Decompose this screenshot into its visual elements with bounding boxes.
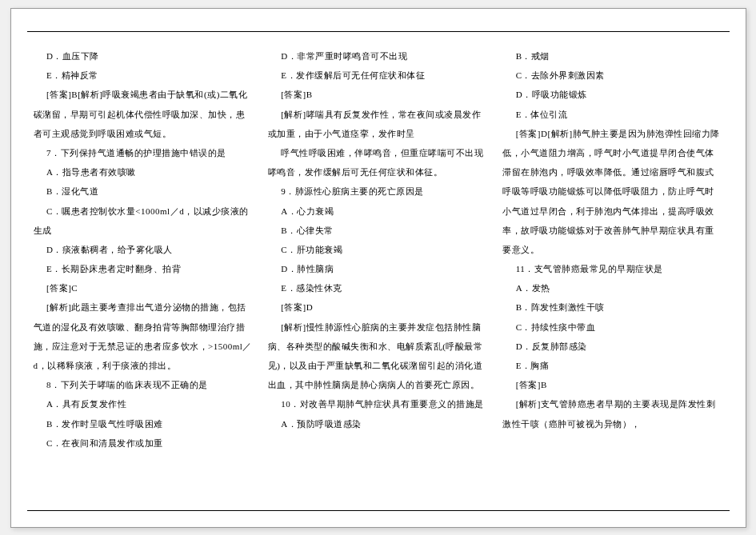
text-line: [解析]此题主要考查排出气道分泌物的措施，包括气道的湿化及有效咳嗽、翻身拍背等胸…: [34, 297, 254, 375]
text-line: [答案]B[解析]呼吸衰竭患者由于缺氧和(或)二氧化碳潴留，早期可引起机体代偿性…: [34, 85, 254, 143]
column-container: D．血压下降 E．精神反常 [答案]B[解析]呼吸衰竭患者由于缺氧和(或)二氧化…: [34, 46, 723, 496]
text-line: 10．对改善早期肺气肿症状具有重要意义的措施是: [268, 394, 488, 413]
text-line: B．湿化气道: [34, 182, 254, 201]
text-line: A．发热: [502, 278, 722, 297]
text-line: D．血压下降: [34, 46, 254, 66]
column-2: D．非常严重时哮鸣音可不出现 E．发作缓解后可无任何症状和体征 [答案]B [解…: [268, 46, 488, 496]
text-line: [解析]慢性肺源性心脏病的主要并发症包括肺性脑病、各种类型的酸碱失衡和水、电解质…: [268, 317, 488, 395]
text-line: [答案]B: [268, 85, 488, 104]
document-page: D．血压下降 E．精神反常 [答案]B[解析]呼吸衰竭患者由于缺氧和(或)二氧化…: [10, 8, 746, 528]
text-line: C．肝功能衰竭: [268, 240, 488, 259]
text-line: 8．下列关于哮喘的临床表现不正确的是: [34, 375, 254, 394]
text-line: A．预防呼吸道感染: [268, 414, 488, 433]
text-line: E．精神反常: [34, 66, 254, 85]
column-3: B．戒烟 C．去除外界刺激因素 D．呼吸功能锻炼 E．体位引流 [答案]D[解析…: [502, 46, 722, 496]
column-1: D．血压下降 E．精神反常 [答案]B[解析]呼吸衰竭患者由于缺氧和(或)二氧化…: [34, 46, 254, 496]
text-line: E．体位引流: [502, 105, 722, 124]
text-line: 呼气性呼吸困难，伴哮鸣音，但重症哮喘可不出现哮鸣音，发作缓解后可无任何症状和体征…: [268, 143, 488, 182]
text-line: C．在夜间和清晨发作或加重: [34, 433, 254, 453]
text-line: B．戒烟: [502, 46, 722, 66]
text-line: B．发作时呈吸气性呼吸困难: [34, 414, 254, 433]
text-line: E．感染性休克: [268, 278, 488, 297]
text-line: C．去除外界刺激因素: [502, 66, 722, 85]
text-line: D．反复肺部感染: [502, 337, 722, 356]
content-border: D．血压下降 E．精神反常 [答案]B[解析]呼吸衰竭患者由于缺氧和(或)二氧化…: [27, 31, 730, 511]
text-line: A．心力衰竭: [268, 202, 488, 221]
text-line: 7．下列保持气道通畅的护理措施中错误的是: [34, 143, 254, 162]
text-line: B．阵发性刺激性干咳: [502, 297, 722, 317]
text-line: E．发作缓解后可无任何症状和体征: [268, 66, 488, 85]
text-line: C．持续性痰中带血: [502, 317, 722, 337]
text-line: D．肺性脑病: [268, 259, 488, 278]
text-line: A．指导患者有效咳嗽: [34, 162, 254, 182]
text-line: D．痰液黏稠者，给予雾化吸人: [34, 240, 254, 259]
text-line: B．心律失常: [268, 221, 488, 240]
text-line: [解析]哮喘具有反复发作性，常在夜间或凌晨发作或加重，由于小气道痉挛，发作时呈: [268, 105, 488, 143]
text-line: E．胸痛: [502, 356, 722, 375]
text-line: D．呼吸功能锻炼: [502, 85, 722, 104]
text-line: C．嘱患者控制饮水量<1000ml／d，以减少痰液的生成: [34, 202, 254, 240]
text-line: [解析]支气管肺癌患者早期的主要表现是阵发性刺激性干咳（癌肿可被视为异物），: [502, 394, 722, 433]
text-line: A．具有反复发作性: [34, 394, 254, 413]
text-line: 9．肺源性心脏病主要的死亡原因是: [268, 182, 488, 201]
text-line: [答案]B: [502, 375, 722, 394]
text-line: E．长期卧床患者定时翻身、拍背: [34, 259, 254, 278]
text-line: [答案]D: [268, 297, 488, 317]
text-line: 11．支气管肺癌最常见的早期症状是: [502, 259, 722, 278]
text-line: D．非常严重时哮鸣音可不出现: [268, 46, 488, 66]
text-line: [答案]D[解析]肺气肿主要是因为肺泡弹性回缩力降低，小气道阻力增高，呼气时小气…: [502, 124, 722, 259]
text-line: [答案]C: [34, 278, 254, 297]
